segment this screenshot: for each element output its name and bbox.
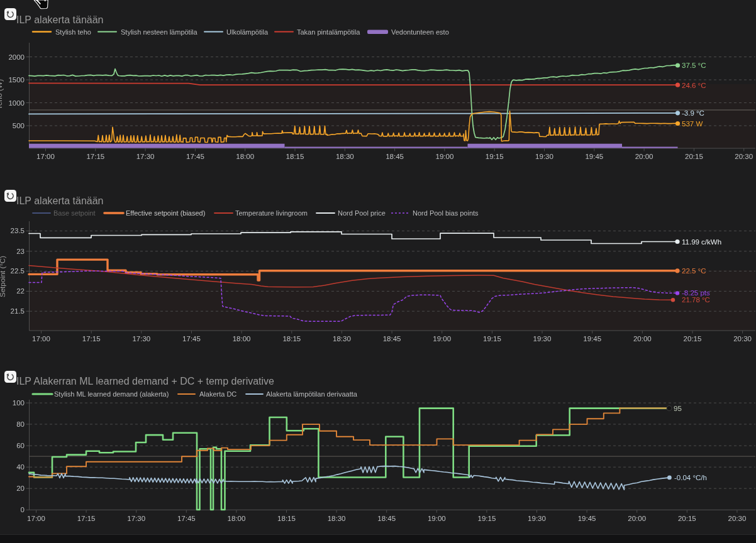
svg-text:19:00: 19:00 <box>436 153 454 160</box>
svg-text:20: 20 <box>16 485 25 492</box>
svg-text:19:45: 19:45 <box>578 515 596 522</box>
svg-text:20:15: 20:15 <box>684 335 702 343</box>
svg-text:Stylish teho: Stylish teho <box>55 28 91 36</box>
svg-text:40: 40 <box>16 463 25 471</box>
svg-text:20:30: 20:30 <box>728 515 747 522</box>
svg-text:20:30: 20:30 <box>733 335 752 343</box>
svg-text:18:00: 18:00 <box>236 153 254 160</box>
svg-text:95: 95 <box>674 405 682 412</box>
svg-text:18:45: 18:45 <box>386 153 404 160</box>
svg-text:20:00: 20:00 <box>628 515 646 522</box>
svg-text:18:45: 18:45 <box>377 515 396 522</box>
svg-text:ILP alakerta tänään: ILP alakerta tänään <box>16 195 103 206</box>
svg-text:24.6 °C: 24.6 °C <box>682 82 706 89</box>
svg-text:-0.04 °C/h: -0.04 °C/h <box>674 474 707 481</box>
svg-text:37.5 °C: 37.5 °C <box>682 62 706 69</box>
svg-text:20:30: 20:30 <box>735 153 753 160</box>
svg-text:Alakerta DC: Alakerta DC <box>199 390 236 398</box>
svg-text:19:15: 19:15 <box>478 515 496 522</box>
svg-text:23.5: 23.5 <box>11 227 25 234</box>
svg-text:100: 100 <box>13 399 25 407</box>
svg-text:18:15: 18:15 <box>282 335 301 343</box>
svg-text:18:00: 18:00 <box>228 515 246 522</box>
svg-text:18:45: 18:45 <box>383 335 401 343</box>
svg-text:20:15: 20:15 <box>678 515 696 522</box>
svg-text:17:15: 17:15 <box>77 515 96 522</box>
svg-text:Stylish nesteen lämpötila: Stylish nesteen lämpötila <box>121 28 198 36</box>
svg-text:18:15: 18:15 <box>286 153 304 160</box>
svg-text:Ulkolämpötila: Ulkolämpötila <box>226 28 269 36</box>
svg-text:17:45: 17:45 <box>177 515 196 522</box>
svg-text:17:15: 17:15 <box>86 153 104 160</box>
svg-text:1500: 1500 <box>8 76 25 84</box>
svg-text:22: 22 <box>16 287 25 295</box>
svg-text:2000: 2000 <box>8 53 25 61</box>
svg-text:ILP alakerta tänään: ILP alakerta tänään <box>16 14 103 25</box>
svg-text:18:00: 18:00 <box>233 335 251 343</box>
svg-text:20:00: 20:00 <box>635 153 653 160</box>
svg-text:18:30: 18:30 <box>336 153 354 160</box>
svg-text:Base setpoint: Base setpoint <box>53 209 96 217</box>
svg-text:22.5: 22.5 <box>11 267 25 275</box>
svg-text:Takan pintalämpötila: Takan pintalämpötila <box>297 28 360 36</box>
svg-text:Nord Pool bias points: Nord Pool bias points <box>413 209 479 217</box>
svg-text:80: 80 <box>16 420 25 428</box>
svg-text:1000: 1000 <box>8 99 25 107</box>
svg-text:Stylish ML learned demand (ala: Stylish ML learned demand (alakerta) <box>54 390 169 398</box>
svg-text:537 W: 537 W <box>682 120 703 128</box>
svg-text:17:45: 17:45 <box>182 335 201 343</box>
svg-text:17:45: 17:45 <box>186 153 204 160</box>
svg-text:Vedontunteen esto: Vedontunteen esto <box>391 28 449 36</box>
svg-text:19:45: 19:45 <box>585 153 603 160</box>
svg-text:19:15: 19:15 <box>486 153 504 160</box>
svg-text:19:30: 19:30 <box>535 153 553 160</box>
svg-text:ILP Alakerran ML learned deman: ILP Alakerran ML learned demand + DC + t… <box>16 376 274 387</box>
svg-text:-3.9 °C: -3.9 °C <box>682 109 704 117</box>
svg-text:0: 0 <box>21 506 25 513</box>
svg-text:17:30: 17:30 <box>136 153 155 160</box>
svg-text:20:00: 20:00 <box>633 335 652 343</box>
svg-text:19:15: 19:15 <box>483 335 501 343</box>
svg-text:11.99 c/kWh: 11.99 c/kWh <box>682 238 721 246</box>
svg-text:19:30: 19:30 <box>533 335 552 343</box>
svg-text:Setpoint (°C): Setpoint (°C) <box>0 256 6 297</box>
svg-text:17:15: 17:15 <box>82 335 101 343</box>
svg-text:20:15: 20:15 <box>685 153 703 160</box>
svg-text:17:30: 17:30 <box>127 515 145 522</box>
svg-text:22.5 °C: 22.5 °C <box>682 267 706 275</box>
svg-text:19:45: 19:45 <box>583 335 601 343</box>
svg-text:18:30: 18:30 <box>328 515 346 522</box>
svg-text:Effective setpoint (biased): Effective setpoint (biased) <box>126 209 205 217</box>
svg-text:500: 500 <box>13 122 25 129</box>
svg-text:60: 60 <box>16 442 25 449</box>
svg-text:19:00: 19:00 <box>433 335 451 343</box>
svg-text:17:00: 17:00 <box>27 515 45 522</box>
svg-text:23: 23 <box>16 248 25 255</box>
svg-text:19:00: 19:00 <box>428 515 446 522</box>
svg-text:18:30: 18:30 <box>333 335 351 343</box>
svg-text:Teho (W): Teho (W) <box>0 79 4 110</box>
svg-text:Nord Pool price: Nord Pool price <box>338 209 386 217</box>
svg-text:18:15: 18:15 <box>277 515 296 522</box>
svg-text:21.5: 21.5 <box>11 307 25 315</box>
svg-text:Temperature livingroom: Temperature livingroom <box>235 209 308 217</box>
svg-text:Alakerta lämpötilan derivaatta: Alakerta lämpötilan derivaatta <box>266 390 358 398</box>
svg-text:17:00: 17:00 <box>36 153 55 160</box>
svg-text:19:30: 19:30 <box>528 515 546 522</box>
svg-text:17:00: 17:00 <box>32 335 50 343</box>
svg-text:17:30: 17:30 <box>132 335 150 343</box>
svg-text:21.78 °C: 21.78 °C <box>682 296 710 304</box>
